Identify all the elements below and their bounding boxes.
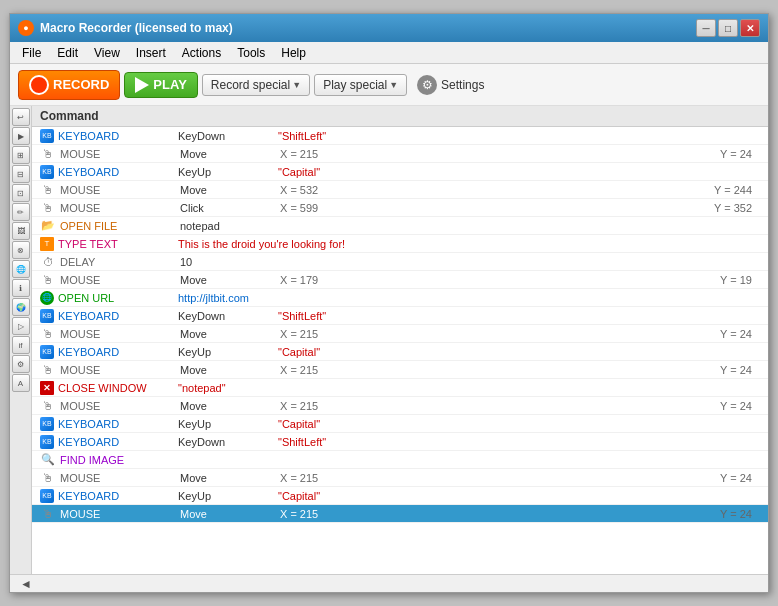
- cmd-name: KEYBOARD: [58, 490, 178, 502]
- cmd-name: MOUSE: [60, 148, 180, 160]
- tool-web2[interactable]: 🌍: [12, 298, 30, 316]
- cmd-action: Click: [180, 202, 280, 214]
- play-button[interactable]: PLAY: [124, 72, 197, 98]
- cmd-name: KEYBOARD: [58, 418, 178, 430]
- command-list[interactable]: KB KEYBOARD KeyDown "ShiftLeft" 🖱 MOUSE …: [32, 127, 768, 574]
- cmd-extra: Y = 19: [680, 274, 760, 286]
- menu-tools[interactable]: Tools: [229, 44, 273, 62]
- menu-file[interactable]: File: [14, 44, 49, 62]
- table-row[interactable]: 🖱 MOUSE Move X = 215 Y = 24: [32, 469, 768, 487]
- table-row[interactable]: 📂 OPEN FILE notepad: [32, 217, 768, 235]
- main-window: ● Macro Recorder (licensed to max) ─ □ ✕…: [9, 13, 769, 593]
- menu-view[interactable]: View: [86, 44, 128, 62]
- play-icon: [135, 77, 149, 93]
- mouse-icon: 🖱: [40, 146, 56, 162]
- mouse-icon: 🖱: [40, 182, 56, 198]
- delay-icon: ⏱: [40, 254, 56, 270]
- cmd-name: MOUSE: [60, 184, 180, 196]
- tool-edit[interactable]: ✏: [12, 203, 30, 221]
- tool-stop[interactable]: ⊗: [12, 241, 30, 259]
- table-row[interactable]: ⏱ DELAY 10: [32, 253, 768, 271]
- cmd-extra: Y = 244: [680, 184, 760, 196]
- keyboard-icon: KB: [40, 309, 54, 323]
- table-row[interactable]: KB KEYBOARD KeyUp "Capital": [32, 415, 768, 433]
- table-row[interactable]: ✕ CLOSE WINDOW "notepad": [32, 379, 768, 397]
- cmd-params: X = 215: [280, 328, 680, 340]
- tool-action4[interactable]: ⊡: [12, 184, 30, 202]
- mouse-icon: 🖱: [40, 200, 56, 216]
- table-row[interactable]: 🔍 FIND IMAGE: [32, 451, 768, 469]
- record-special-button[interactable]: Record special ▼: [202, 74, 310, 96]
- cmd-name: KEYBOARD: [58, 436, 178, 448]
- table-row[interactable]: 🖱 MOUSE Move X = 215 Y = 24: [32, 145, 768, 163]
- table-row[interactable]: KB KEYBOARD KeyDown "ShiftLeft": [32, 127, 768, 145]
- menu-help[interactable]: Help: [273, 44, 314, 62]
- cmd-action: KeyUp: [178, 346, 278, 358]
- table-row[interactable]: 🖱 MOUSE Move X = 215 Y = 24: [32, 361, 768, 379]
- cmd-action: Move: [180, 472, 280, 484]
- record-button[interactable]: RECORD: [18, 70, 120, 100]
- menu-edit[interactable]: Edit: [49, 44, 86, 62]
- table-row[interactable]: KB KEYBOARD KeyUp "Capital": [32, 487, 768, 505]
- tool-info[interactable]: ℹ: [12, 279, 30, 297]
- cmd-params: "Capital": [278, 166, 680, 178]
- tool-action1[interactable]: ▶: [12, 127, 30, 145]
- cmd-params: "ShiftLeft": [278, 436, 680, 448]
- cmd-params: "ShiftLeft": [278, 310, 680, 322]
- close-button[interactable]: ✕: [740, 19, 760, 37]
- cmd-params: X = 215: [280, 508, 680, 520]
- mouse-icon: 🖱: [40, 470, 56, 486]
- table-row[interactable]: 🖱 MOUSE Move X = 532 Y = 244: [32, 181, 768, 199]
- table-row[interactable]: KB KEYBOARD KeyUp "Capital": [32, 343, 768, 361]
- tool-web[interactable]: 🌐: [12, 260, 30, 278]
- tool-text[interactable]: A: [12, 374, 30, 392]
- tool-config[interactable]: ⚙: [12, 355, 30, 373]
- tool-action2[interactable]: ⊞: [12, 146, 30, 164]
- side-toolbar: ↩ ▶ ⊞ ⊟ ⊡ ✏ 🖼 ⊗ 🌐 ℹ 🌍 ▷ if ⚙ A: [10, 106, 32, 574]
- keyboard-icon: KB: [40, 435, 54, 449]
- play-special-button[interactable]: Play special ▼: [314, 74, 407, 96]
- cmd-params: "Capital": [278, 490, 680, 502]
- settings-button[interactable]: ⚙ Settings: [411, 72, 490, 98]
- scroll-left-icon[interactable]: ◄: [18, 576, 34, 592]
- cmd-action: Move: [180, 184, 280, 196]
- tool-action3[interactable]: ⊟: [12, 165, 30, 183]
- cmd-action: KeyUp: [178, 166, 278, 178]
- cmd-action: KeyDown: [178, 310, 278, 322]
- table-row[interactable]: 🖱 MOUSE Move X = 215 Y = 24: [32, 397, 768, 415]
- cmd-params: "ShiftLeft": [278, 130, 680, 142]
- tool-cond[interactable]: if: [12, 336, 30, 354]
- maximize-button[interactable]: □: [718, 19, 738, 37]
- keyboard-icon: KB: [40, 489, 54, 503]
- command-column-header: Command: [40, 109, 99, 123]
- content-area: ↩ ▶ ⊞ ⊟ ⊡ ✏ 🖼 ⊗ 🌐 ℹ 🌍 ▷ if ⚙ A Command: [10, 106, 768, 574]
- tool-image[interactable]: 🖼: [12, 222, 30, 240]
- play-label: PLAY: [153, 77, 186, 92]
- cmd-action: KeyDown: [178, 130, 278, 142]
- cmd-name: MOUSE: [60, 328, 180, 340]
- openfile-icon: 📂: [40, 218, 56, 234]
- cmd-action: Move: [180, 400, 280, 412]
- menu-insert[interactable]: Insert: [128, 44, 174, 62]
- table-row[interactable]: 🖱 MOUSE Click X = 599 Y = 352: [32, 199, 768, 217]
- record-special-arrow: ▼: [292, 80, 301, 90]
- minimize-button[interactable]: ─: [696, 19, 716, 37]
- table-row[interactable]: 🌐 OPEN URL http://jltbit.com: [32, 289, 768, 307]
- table-row[interactable]: KB KEYBOARD KeyUp "Capital": [32, 163, 768, 181]
- table-row[interactable]: KB KEYBOARD KeyDown "ShiftLeft": [32, 307, 768, 325]
- cmd-extra: Y = 24: [680, 508, 760, 520]
- cmd-action: "notepad": [178, 382, 278, 394]
- record-icon: [29, 75, 49, 95]
- table-row[interactable]: 🖱 MOUSE Move X = 179 Y = 19: [32, 271, 768, 289]
- cmd-action: KeyDown: [178, 436, 278, 448]
- menu-actions[interactable]: Actions: [174, 44, 229, 62]
- table-row-selected[interactable]: 🖱 MOUSE Move X = 215 Y = 24: [32, 505, 768, 523]
- table-row[interactable]: KB KEYBOARD KeyDown "ShiftLeft": [32, 433, 768, 451]
- cmd-action: Move: [180, 508, 280, 520]
- tool-play2[interactable]: ▷: [12, 317, 30, 335]
- table-row[interactable]: T TYPE TEXT This is the droid you're loo…: [32, 235, 768, 253]
- tool-undo[interactable]: ↩: [12, 108, 30, 126]
- table-row[interactable]: 🖱 MOUSE Move X = 215 Y = 24: [32, 325, 768, 343]
- cmd-params: X = 215: [280, 472, 680, 484]
- mouse-icon: 🖱: [40, 398, 56, 414]
